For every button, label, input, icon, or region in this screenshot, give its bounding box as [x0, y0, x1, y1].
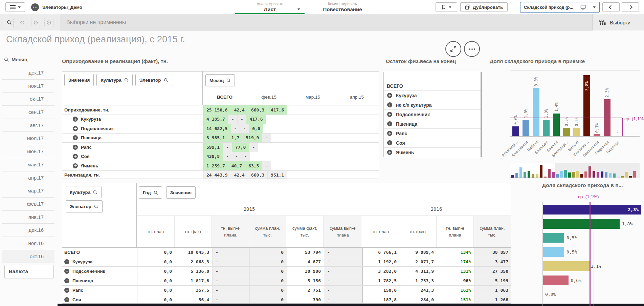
- pivot-value-cell[interactable]: 0,0: [137, 276, 175, 285]
- expand-plus-icon[interactable]: [387, 131, 392, 136]
- year-group-header[interactable]: 2015: [137, 202, 362, 216]
- pivot-column-header[interactable]: сумма факт, тыс.: [286, 216, 323, 247]
- pivot-column-header[interactable]: тн. план: [137, 216, 174, 247]
- pivot-value-cell[interactable]: 161%: [437, 286, 474, 295]
- pivot-value-cell[interactable]: -: [212, 286, 249, 295]
- pivot-value-cell[interactable]: -: [231, 124, 240, 133]
- bar[interactable]: [523, 120, 529, 136]
- dimension-button-culture[interactable]: Культура: [96, 74, 132, 86]
- pivot-value-cell[interactable]: 38 980: [287, 267, 324, 276]
- pivot-value-cell[interactable]: 6 766,1: [362, 248, 400, 257]
- pivot-value-cell[interactable]: -: [324, 257, 362, 266]
- pivot-value-cell[interactable]: 0,0: [137, 286, 175, 295]
- pivot-value-cell[interactable]: 3 985,1: [203, 134, 228, 143]
- pivot-value-cell[interactable]: 27 350: [474, 267, 511, 276]
- bar[interactable]: [543, 219, 620, 229]
- bar[interactable]: [512, 126, 519, 136]
- pivot-value-cell[interactable]: -: [212, 276, 249, 285]
- pivot-column-header[interactable]: сумма план, тыс.: [249, 216, 286, 247]
- pivot-value-cell[interactable]: 3 477: [474, 257, 511, 266]
- pivot-value-cell[interactable]: -: [212, 248, 249, 257]
- fullscreen-button[interactable]: [445, 41, 461, 57]
- month-list-item[interactable]: июн.17: [2, 145, 54, 158]
- pivot-value-cell[interactable]: -: [212, 295, 249, 304]
- pivot-value-cell[interactable]: -: [232, 152, 241, 161]
- pivot-row-label[interactable]: Подсолнечник: [62, 124, 203, 133]
- pivot-row-label[interactable]: Кукуруза: [62, 115, 203, 124]
- pivot-value-cell[interactable]: 98%: [437, 276, 474, 285]
- expand-plus-icon[interactable]: [73, 163, 78, 168]
- expand-plus-icon[interactable]: [387, 112, 392, 117]
- pivot-row-label[interactable]: Пшеница: [62, 134, 203, 143]
- month-list-item[interactable]: окт.16: [2, 250, 54, 263]
- bar[interactable]: [543, 247, 564, 257]
- pivot-value-cell[interactable]: 660,3: [248, 171, 267, 179]
- month-list-item[interactable]: сен.17: [2, 106, 54, 119]
- pivot-value-cell[interactable]: 151%: [437, 295, 474, 304]
- pivot-value-cell[interactable]: 3 282,0: [362, 267, 400, 276]
- pivot-column-header[interactable]: тн. факт: [399, 216, 436, 247]
- pivot-row-label[interactable]: Пшеница: [62, 276, 137, 285]
- expand-plus-icon[interactable]: [387, 150, 392, 155]
- dimension-button-month[interactable]: Месяц: [205, 74, 235, 86]
- pivot-value-cell[interactable]: 134%: [437, 248, 474, 257]
- app-identity[interactable]: Элеваторы_Демо: [31, 0, 82, 14]
- expand-plus-icon[interactable]: [64, 269, 69, 274]
- stock-list-item[interactable]: не с/х культура: [384, 100, 482, 110]
- pivot-value-cell[interactable]: -: [324, 267, 362, 276]
- undo-selection-icon[interactable]: [18, 18, 27, 27]
- pivot-value-cell[interactable]: -: [237, 115, 246, 124]
- pivot-value-cell[interactable]: 5 136,0: [175, 267, 212, 276]
- stock-list-item[interactable]: Ячмень: [384, 148, 482, 157]
- bar[interactable]: [543, 120, 550, 136]
- pivot-value-cell[interactable]: 2 068,3: [175, 257, 212, 266]
- expand-plus-icon[interactable]: [64, 297, 69, 302]
- pivot-value-cell[interactable]: 42,4: [231, 105, 248, 115]
- month-list-item[interactable]: ноя.17: [2, 80, 54, 93]
- dimension-button-elevator[interactable]: Элеватор: [66, 200, 103, 212]
- pivot-value-cell[interactable]: -: [324, 276, 362, 285]
- tab-analyze-sheet[interactable]: Анализировать Лист: [234, 0, 306, 14]
- pivot-value-cell[interactable]: 25 150,8: [203, 105, 231, 115]
- pivot-value-cell[interactable]: 417,6: [246, 115, 266, 124]
- pivot-value-cell[interactable]: 187,8: [362, 295, 400, 304]
- bar[interactable]: [533, 88, 539, 136]
- bar[interactable]: [543, 233, 564, 243]
- global-menu-button[interactable]: [5, 2, 25, 12]
- month-filter-header[interactable]: Месяц: [4, 57, 27, 62]
- pivot-value-cell[interactable]: 1 259,7: [203, 161, 228, 170]
- dimension-button-elevator[interactable]: Элеватор: [135, 74, 172, 86]
- pivot-value-cell[interactable]: 1 782,5: [362, 276, 400, 285]
- pivot-row-label[interactable]: Соя: [62, 152, 203, 161]
- pivot-value-cell[interactable]: 42,4: [231, 171, 248, 179]
- stock-list-item[interactable]: ВСЕГО: [384, 81, 482, 91]
- pivot-value-cell[interactable]: 63,5: [245, 161, 262, 170]
- pivot-value-cell[interactable]: -: [228, 115, 237, 124]
- pivot-row-label[interactable]: Ячмень: [62, 161, 203, 170]
- pivot-column-header[interactable]: сумма план, тыс.: [473, 216, 511, 247]
- pivot-row-label[interactable]: Реализация, тн.: [62, 171, 203, 179]
- pivot-value-cell[interactable]: 390: [287, 295, 324, 304]
- expand-plus-icon[interactable]: [73, 145, 78, 150]
- more-options-button[interactable]: [464, 41, 480, 57]
- bar[interactable]: [543, 276, 569, 285]
- pivot-column-header[interactable]: тн. вып-е плана: [436, 216, 473, 247]
- expand-plus-icon[interactable]: [387, 102, 392, 107]
- pivot-value-cell[interactable]: 150,0: [362, 286, 400, 295]
- previous-sheet-button[interactable]: [602, 2, 620, 12]
- pivot-value-cell[interactable]: 438,8: [203, 152, 223, 161]
- pivot-column-header[interactable]: тн. факт: [174, 216, 212, 247]
- pivot-value-cell[interactable]: -: [324, 248, 362, 257]
- pivot-value-cell[interactable]: 4 185,7: [203, 115, 228, 124]
- pivot-value-cell[interactable]: -: [212, 257, 249, 266]
- pivot-value-cell[interactable]: 0: [249, 295, 287, 304]
- pivot-value-cell[interactable]: 4 877: [287, 257, 324, 266]
- pivot-value-cell[interactable]: -: [262, 134, 271, 143]
- pivot-value-cell[interactable]: 4 311,9: [400, 267, 437, 276]
- pivot-value-cell[interactable]: 0: [249, 276, 287, 285]
- expand-plus-icon[interactable]: [73, 154, 78, 159]
- bookmarks-button[interactable]: [436, 2, 457, 12]
- sheet-selector[interactable]: Складской приход (р...: [520, 2, 600, 13]
- pivot-value-cell[interactable]: 0: [249, 248, 287, 257]
- month-list-item[interactable]: дек.17: [2, 66, 54, 80]
